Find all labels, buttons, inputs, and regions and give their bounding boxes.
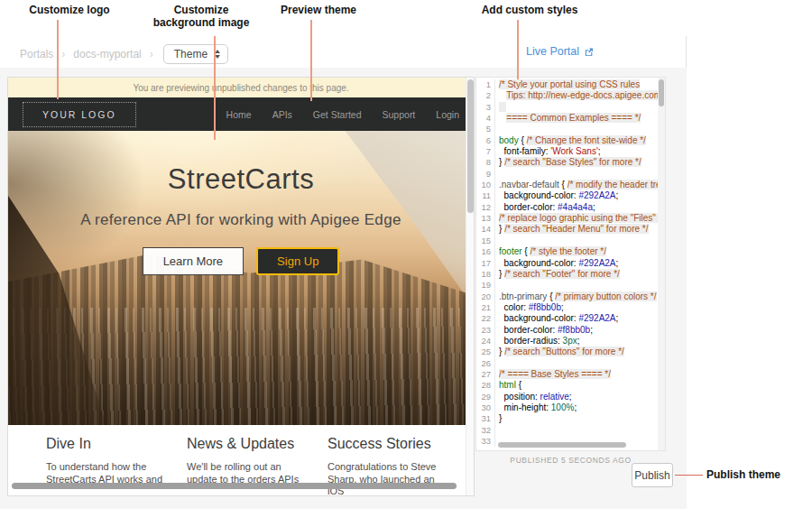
editor-line-code: background-color: #292A2A; bbox=[494, 190, 658, 201]
editor-line: 32 bbox=[476, 425, 665, 436]
editor-line: 9 bbox=[476, 169, 665, 180]
editor-line-code: Tips: http://new-edge-docs.apigee.com/ bbox=[494, 90, 658, 101]
editor-line: 21 color: #f8bb0b; bbox=[476, 302, 665, 313]
editor-line-code bbox=[494, 102, 658, 113]
editor-line: 30 min-height: 100%; bbox=[476, 402, 665, 413]
editor-line-code: } /* search "Buttons" for more */ bbox=[494, 347, 658, 357]
editor-vertical-scroll-thumb[interactable] bbox=[659, 79, 664, 106]
annotation-publish-theme: Publish theme bbox=[706, 468, 780, 481]
editor-line-number: 8 bbox=[476, 157, 494, 168]
editor-line-number: 1 bbox=[476, 79, 494, 90]
unpublished-changes-banner: You are previewing unpublished changes t… bbox=[8, 78, 474, 97]
editor-line-code: ==== Common Examples ==== */ bbox=[494, 113, 658, 124]
portal-nav-login[interactable]: Login bbox=[436, 109, 459, 120]
header-row: Portals › docs-myportal › Theme Live Por… bbox=[0, 36, 686, 67]
publish-button[interactable]: Publish bbox=[632, 463, 673, 487]
breadcrumb-portals[interactable]: Portals bbox=[20, 48, 53, 60]
annotation-preview-theme: Preview theme bbox=[281, 4, 356, 16]
annotation-customize-logo: Customize logo bbox=[29, 4, 109, 16]
editor-line-code: background-color: #292A2A; bbox=[494, 258, 658, 269]
preview-vertical-scrollbar[interactable] bbox=[466, 78, 474, 495]
editor-line-number: 23 bbox=[476, 325, 494, 336]
editor-horizontal-scroll-thumb[interactable] bbox=[498, 442, 626, 448]
editor-line-code: .navbar-default { /* modify the header t… bbox=[494, 180, 658, 190]
editor-line-code: border-color: #f8bb0b; bbox=[494, 325, 658, 336]
hero-buttons: Learn More Sign Up bbox=[8, 247, 474, 275]
editor-line: 26 bbox=[476, 358, 665, 369]
learn-more-button[interactable]: Learn More bbox=[143, 247, 244, 275]
editor-line: 15 bbox=[476, 236, 665, 246]
sign-up-button[interactable]: Sign Up bbox=[256, 247, 339, 275]
editor-line-number: 4 bbox=[476, 113, 494, 124]
portal-logo-placeholder[interactable]: YOUR LOGO bbox=[23, 102, 136, 127]
editor-line: 16footer { /* style the footer */ bbox=[476, 246, 665, 257]
editor-line-number: 15 bbox=[476, 236, 494, 246]
portal-nav-home[interactable]: Home bbox=[226, 109, 252, 120]
callout-line-publish-theme bbox=[675, 475, 703, 476]
portal-nav-links: HomeAPIsGet StartedSupportLogin bbox=[226, 109, 459, 120]
preview-horizontal-scroll-thumb[interactable] bbox=[12, 483, 457, 489]
editor-line-number: 22 bbox=[476, 313, 494, 324]
editor-line-number: 17 bbox=[476, 258, 494, 269]
callout-line-customize-logo bbox=[57, 20, 59, 99]
editor-line-code: /* Style your portal using CSS rules bbox=[494, 79, 658, 90]
work-panel: You are previewing unpublished changes t… bbox=[0, 68, 687, 509]
editor-line-number: 3 bbox=[476, 102, 494, 113]
callout-line-preview-theme bbox=[310, 20, 312, 101]
editor-line-code: /* ==== Base Styles ==== */ bbox=[494, 369, 658, 380]
portal-nav-get-started[interactable]: Get Started bbox=[313, 109, 362, 120]
editor-line-code: border-radius: 3px; bbox=[494, 336, 658, 347]
editor-line-code bbox=[494, 169, 658, 180]
hero-title: StreetCarts bbox=[8, 163, 474, 196]
theme-select-value: Theme bbox=[174, 48, 208, 60]
callout-line-customize-background bbox=[214, 36, 216, 140]
editor-line-number: 16 bbox=[476, 246, 494, 257]
editor-line: 27/* ==== Base Styles ==== */ bbox=[476, 369, 665, 380]
editor-line-number: 12 bbox=[476, 202, 494, 213]
editor-line-code: footer { /* style the footer */ bbox=[494, 246, 658, 257]
annotation-customize-background-line1: Customize bbox=[174, 4, 229, 16]
editor-line-code bbox=[494, 425, 658, 436]
editor-line-number: 28 bbox=[476, 380, 494, 391]
editor-line-number: 32 bbox=[476, 425, 494, 436]
editor-line: 18} /* search "Footer" for more */ bbox=[476, 269, 665, 280]
theme-select[interactable]: Theme bbox=[163, 44, 228, 64]
editor-line-number: 31 bbox=[476, 413, 494, 424]
editor-line-number: 21 bbox=[476, 302, 494, 313]
editor-line: 23 border-color: #f8bb0b; bbox=[476, 325, 665, 336]
editor-line-code: min-height: 100%; bbox=[494, 402, 658, 413]
portal-section-text: To understand how the StreetCarts API wo… bbox=[46, 461, 172, 485]
editor-line: 12 border-color: #4a4a4a; bbox=[476, 202, 665, 213]
editor-line-code bbox=[494, 236, 658, 246]
preview-horizontal-scrollbar[interactable] bbox=[8, 483, 467, 490]
editor-line-number: 11 bbox=[476, 190, 494, 201]
portal-nav-support[interactable]: Support bbox=[383, 109, 416, 120]
editor-line: 13/* replace logo graphic using the "Fil… bbox=[476, 213, 665, 224]
css-code-editor[interactable]: 1/* Style your portal using CSS rules2 T… bbox=[475, 77, 666, 451]
live-portal-label: Live Portal bbox=[526, 45, 579, 58]
editor-line-code: background-color: #292A2A; bbox=[494, 313, 658, 324]
editor-lines: 1/* Style your portal using CSS rules2 T… bbox=[476, 79, 665, 447]
live-portal-link[interactable]: Live Portal bbox=[526, 45, 594, 58]
editor-line-code: } /* search "Footer" for more */ bbox=[494, 269, 658, 280]
annotation-add-custom-styles: Add custom styles bbox=[482, 4, 578, 16]
editor-line: 25} /* search "Buttons" for more */ bbox=[476, 347, 665, 357]
breadcrumb-portal-name[interactable]: docs-myportal bbox=[73, 48, 141, 60]
breadcrumb: Portals › docs-myportal › Theme bbox=[20, 44, 228, 64]
editor-line-number: 9 bbox=[476, 169, 494, 180]
editor-line: 20.btn-primary { /* primary button color… bbox=[476, 291, 665, 302]
external-link-icon bbox=[584, 47, 594, 57]
portal-nav-apis[interactable]: APIs bbox=[272, 109, 292, 120]
editor-vertical-scrollbar[interactable] bbox=[658, 78, 665, 450]
editor-line: 6body { /* Change the font site-wide */ bbox=[476, 135, 665, 146]
chevron-right-icon: › bbox=[150, 48, 153, 60]
hero-content: StreetCarts A reference API for working … bbox=[8, 163, 474, 275]
editor-line-code: body { /* Change the font site-wide */ bbox=[494, 135, 658, 146]
editor-line-number: 14 bbox=[476, 224, 494, 235]
editor-line-number: 30 bbox=[476, 402, 494, 413]
editor-line: 24 border-radius: 3px; bbox=[476, 336, 665, 347]
editor-line: 5 bbox=[476, 124, 665, 134]
editor-line-number: 18 bbox=[476, 269, 494, 280]
editor-line-code: border-color: #4a4a4a; bbox=[494, 202, 658, 213]
portal-section-heading: Dive In bbox=[46, 436, 172, 452]
